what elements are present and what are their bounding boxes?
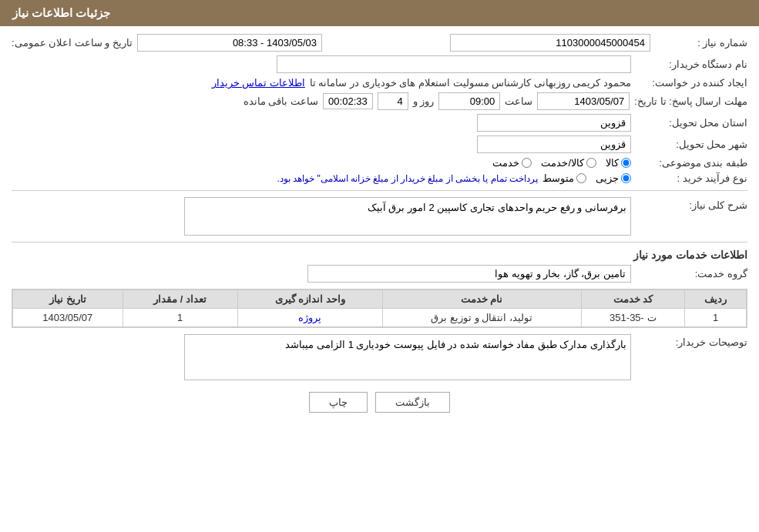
cell-name: تولید، انتقال و توزیع برق <box>382 309 581 327</box>
tabe-radio-group: کالا کالا/خدمت خدمت <box>492 157 631 169</box>
shomare-niaz-label: شماره نیاز : <box>655 37 747 49</box>
cell-tarikh: 1403/05/07 <box>13 309 123 327</box>
content-area: شماره نیاز : تاریخ و ساعت اعلان عمومی: ن… <box>0 26 759 428</box>
row-ostan: استان محل تحویل: <box>12 114 747 132</box>
row-shahr: شهر محل تحویل: <box>12 136 747 153</box>
khadamat-title: اطلاعات خدمات مورد نیاز <box>12 249 747 261</box>
col-kod: کد خدمت <box>581 290 685 309</box>
farayand-label: نوع فرآیند خرید : <box>636 172 747 184</box>
ijad-link[interactable]: اطلاعات تماس خریدار <box>212 77 305 89</box>
ostan-input[interactable] <box>477 114 631 132</box>
radio-jozii-label: جزیی <box>596 172 619 184</box>
mohlat-rooz-input[interactable] <box>378 92 408 110</box>
cell-kod: ت -35-351 <box>581 309 685 327</box>
radio-motevaset-label: متوسط <box>542 172 574 184</box>
services-table: ردیف کد خدمت نام خدمت واحد اندازه گیری ت… <box>12 289 747 327</box>
radio-kala[interactable] <box>621 158 631 168</box>
goroh-label: گروه خدمت: <box>636 268 747 279</box>
tosifat-label: توصیحات خریدار: <box>636 334 747 348</box>
radio-motevaset[interactable] <box>576 173 586 183</box>
shomare-niaz-input[interactable] <box>450 34 650 52</box>
goroh-input[interactable] <box>307 265 631 283</box>
row-nam-dasgah: نام دستگاه خریدار: <box>12 55 747 73</box>
radio-kala-label: کالا <box>606 157 619 169</box>
remaining-value: 00:02:33 <box>323 93 373 109</box>
row-sharh: شرح کلی نیاز: برفرسانی و رفع حریم واحدها… <box>12 197 747 236</box>
farayand-radio-group: جزیی متوسط <box>542 172 631 184</box>
sharh-textarea[interactable]: برفرسانی و رفع حریم واحدهای تجاری کاسپین… <box>184 197 631 236</box>
remaining-label: ساعت باقی مانده <box>243 95 318 107</box>
row-farayand: نوع فرآیند خرید : جزیی متوسط پرداخت تمام… <box>12 172 747 184</box>
date-aalan-label: تاریخ و ساعت اعلان عمومی: <box>12 37 133 49</box>
date-aalan-input[interactable] <box>137 34 322 52</box>
radio-motevaset-item[interactable]: متوسط <box>542 172 586 184</box>
col-tedad: تعداد / مقدار <box>123 290 237 309</box>
shahr-label: شهر محل تحویل: <box>636 139 747 150</box>
page-wrapper: جزئیات اطلاعات نیاز شماره نیاز : تاریخ و… <box>0 0 759 532</box>
tabe-label: طبقه بندی موضوعی: <box>636 157 747 169</box>
radio-khedmat[interactable] <box>522 158 532 168</box>
page-header: جزئیات اطلاعات نیاز <box>0 0 759 26</box>
nam-dasgah-input[interactable] <box>277 55 631 73</box>
tosifat-textarea[interactable]: بارگذاری مدارک طبق مفاد خواسته شده در فا… <box>184 334 631 380</box>
shahr-input[interactable] <box>477 136 631 153</box>
radio-kala-khedmat-item[interactable]: کالا/خدمت <box>541 157 596 169</box>
radio-kala-khedmat[interactable] <box>586 158 596 168</box>
row-shomare: شماره نیاز : تاریخ و ساعت اعلان عمومی: <box>12 34 747 52</box>
ostan-label: استان محل تحویل: <box>636 117 747 129</box>
divider-2 <box>12 242 747 243</box>
mohlat-date-input[interactable] <box>537 92 630 110</box>
ijad-label: ایجاد کننده در خواست: <box>636 77 747 89</box>
cell-tedad: 1 <box>123 309 237 327</box>
mohlat-saat-label: ساعت <box>505 95 532 107</box>
process-text: پرداخت تمام یا بخشی از مبلغ خریدار از مب… <box>277 173 538 184</box>
cell-radif: 1 <box>685 309 747 327</box>
back-button[interactable]: بازگشت <box>375 392 450 413</box>
radio-khedmat-label: خدمت <box>492 157 519 169</box>
sharh-label: شرح کلی نیاز: <box>636 197 747 211</box>
row-tabe: طبقه بندی موضوعی: کالا کالا/خدمت خدمت <box>12 157 747 169</box>
row-ijad: ایجاد کننده در خواست: محمود کریمی روزبها… <box>12 77 747 89</box>
mohlat-saat-input[interactable] <box>438 92 500 110</box>
ijad-value: محمود کریمی روزبهانی کارشناس مسولیت استع… <box>310 77 631 89</box>
cell-vahed: پروژه <box>237 309 382 327</box>
divider-1 <box>12 190 747 191</box>
mohlat-label: مهلت ارسال پاسخ: تا تاریخ: <box>634 95 747 107</box>
nam-dasgah-label: نام دستگاه خریدار: <box>636 59 747 70</box>
col-name: نام خدمت <box>382 290 581 309</box>
row-tosifat: توصیحات خریدار: بارگذاری مدارک طبق مفاد … <box>12 334 747 380</box>
services-table-container: ردیف کد خدمت نام خدمت واحد اندازه گیری ت… <box>12 289 747 328</box>
page-title: جزئیات اطلاعات نیاز <box>12 6 110 19</box>
radio-khedmat-item[interactable]: خدمت <box>492 157 532 169</box>
mohlat-rooz-label: روز و <box>413 95 435 107</box>
radio-jozii[interactable] <box>621 173 631 183</box>
radio-kala-item[interactable]: کالا <box>606 157 631 169</box>
row-mohlat: مهلت ارسال پاسخ: تا تاریخ: ساعت روز و 00… <box>12 92 747 110</box>
row-goroh: گروه خدمت: <box>12 265 747 283</box>
buttons-row: بازگشت چاپ <box>12 392 747 413</box>
print-button[interactable]: چاپ <box>309 392 368 413</box>
radio-kala-khedmat-label: کالا/خدمت <box>541 157 584 169</box>
col-radif: ردیف <box>685 290 747 309</box>
radio-jozii-item[interactable]: جزیی <box>596 172 631 184</box>
col-tarikh: تاریخ نیاز <box>13 290 123 309</box>
table-row: 1 ت -35-351 تولید، انتقال و توزیع برق پر… <box>13 309 747 327</box>
col-vahed: واحد اندازه گیری <box>237 290 382 309</box>
